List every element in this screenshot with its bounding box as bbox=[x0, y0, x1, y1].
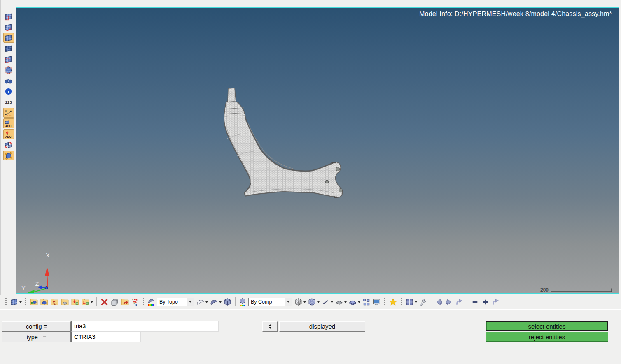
export-solver-deck-icon[interactable] bbox=[80, 297, 91, 307]
svg-text:0: 0 bbox=[5, 109, 7, 112]
view-forward-arrow-icon[interactable] bbox=[444, 297, 454, 307]
by-comp-value: By Comp bbox=[248, 298, 285, 306]
shaded-geometry-caret[interactable] bbox=[219, 301, 222, 304]
toolbar-grip[interactable] bbox=[25, 297, 27, 306]
favorites-star-icon[interactable] bbox=[388, 297, 398, 307]
main-toolbar: t 123 By Topo bbox=[0, 295, 621, 309]
panel-area: config = type = displayed select entitie… bbox=[0, 309, 621, 364]
svg-text:3: 3 bbox=[135, 303, 137, 306]
solid-geometry-icon[interactable] bbox=[222, 297, 233, 307]
multi-window-icon[interactable] bbox=[361, 297, 371, 307]
options-wrench-icon[interactable] bbox=[418, 297, 428, 307]
by-topo-dropdown-arrow[interactable] bbox=[187, 298, 194, 306]
performance-graphics-icon[interactable] bbox=[371, 297, 382, 307]
scene-canvas: X Y Z bbox=[16, 8, 619, 293]
reject-entities-button[interactable]: reject entities bbox=[486, 332, 608, 342]
shaded-geometry-icon[interactable] bbox=[209, 297, 219, 307]
scale-value: 200 bbox=[540, 287, 549, 293]
delete-icon[interactable] bbox=[99, 297, 110, 307]
rainbow-bar bbox=[148, 304, 154, 306]
toolbar-separator bbox=[235, 297, 236, 306]
panels-grid-caret[interactable] bbox=[19, 301, 22, 304]
measure-icon[interactable]: 01+10' bbox=[3, 108, 14, 118]
elements-dark-icon[interactable] bbox=[3, 44, 14, 53]
svg-text:ABC: ABC bbox=[5, 124, 12, 127]
wireframe-elements-caret[interactable] bbox=[303, 301, 306, 304]
solver-deck-caret[interactable] bbox=[91, 301, 93, 304]
left-toolbar: i 123 01+10' ABC ABC bbox=[0, 0, 16, 295]
wireframe-geometry-icon[interactable] bbox=[195, 297, 205, 307]
window-layout-icon[interactable] bbox=[404, 297, 415, 307]
import-folder-icon[interactable] bbox=[49, 297, 60, 307]
config-input[interactable] bbox=[71, 321, 219, 332]
svg-text:t: t bbox=[63, 299, 63, 302]
type-input[interactable] bbox=[71, 332, 141, 342]
svg-text:+10': +10' bbox=[7, 114, 12, 116]
reorder-folder-icon[interactable] bbox=[120, 297, 130, 307]
toolbar-grip-handle[interactable] bbox=[4, 6, 13, 8]
binoculars-icon[interactable] bbox=[3, 76, 14, 86]
elements-2d-icon[interactable] bbox=[334, 297, 344, 307]
mesh-abc-labels-icon[interactable]: ABC bbox=[3, 118, 14, 128]
arrow-abc-labels-icon[interactable]: ABC bbox=[3, 129, 14, 139]
wireframe-elements-icon[interactable] bbox=[293, 297, 303, 307]
topo-color-mode-icon[interactable] bbox=[147, 298, 155, 306]
mesh-orient-flip-icon[interactable] bbox=[3, 140, 14, 150]
shaded-elements-caret[interactable] bbox=[317, 301, 320, 304]
entity-toggle-switch[interactable] bbox=[262, 321, 278, 332]
panel-right-divider bbox=[619, 320, 619, 343]
model-mesh[interactable] bbox=[224, 88, 343, 197]
svg-text:123: 123 bbox=[5, 100, 12, 104]
organize-icon[interactable] bbox=[110, 297, 120, 307]
panels-grid-icon[interactable] bbox=[9, 297, 19, 307]
elements-3d-caret[interactable] bbox=[358, 301, 360, 304]
wireframe-geometry-caret[interactable] bbox=[205, 301, 208, 304]
elements-select-icon[interactable] bbox=[3, 12, 14, 21]
elements-arrow-icon[interactable] bbox=[3, 22, 14, 32]
shaded-elements-icon[interactable] bbox=[307, 297, 317, 307]
elements-3d-icon[interactable] bbox=[348, 297, 358, 307]
elements-2d-caret[interactable] bbox=[344, 301, 347, 304]
open-model-folder-icon[interactable] bbox=[29, 297, 39, 307]
toolbar-separator bbox=[96, 297, 97, 306]
window-layout-caret[interactable] bbox=[415, 301, 417, 304]
view-undo-icon[interactable] bbox=[454, 297, 465, 307]
by-topo-value: By Topo bbox=[157, 298, 187, 306]
save-model-folder-icon[interactable] bbox=[39, 297, 49, 307]
import-solver-deck-icon[interactable] bbox=[70, 297, 80, 307]
displayed-button[interactable]: displayed bbox=[279, 321, 365, 332]
elements-1d-icon[interactable] bbox=[320, 297, 331, 307]
svg-text:ABC: ABC bbox=[5, 135, 12, 138]
view-back-arrow-icon[interactable] bbox=[434, 297, 444, 307]
toolbar-grip[interactable] bbox=[142, 297, 145, 306]
elements-shaded-active-icon[interactable] bbox=[3, 33, 14, 43]
by-topo-combobox[interactable]: By Topo bbox=[157, 298, 194, 306]
zoom-out-minus-icon[interactable] bbox=[470, 297, 480, 307]
zoom-in-plus-icon[interactable] bbox=[480, 297, 490, 307]
config-switch[interactable]: config = bbox=[2, 321, 71, 332]
view-redo-icon[interactable] bbox=[490, 297, 501, 307]
toolbar-separator bbox=[431, 297, 431, 306]
rainbow-bar bbox=[240, 305, 245, 306]
toolbar-grip[interactable] bbox=[5, 297, 7, 306]
axis-z-label: Z bbox=[35, 281, 39, 287]
comp-color-mode-icon[interactable] bbox=[239, 298, 246, 306]
toolbar-separator bbox=[467, 297, 467, 306]
info-icon[interactable]: i bbox=[3, 86, 14, 96]
renumber-icon[interactable]: 123 bbox=[130, 297, 140, 307]
by-comp-dropdown-arrow[interactable] bbox=[285, 298, 292, 306]
toolbar-grip[interactable] bbox=[400, 297, 402, 306]
export-folder-icon[interactable]: t bbox=[60, 297, 70, 307]
type-switch[interactable]: type = bbox=[2, 332, 71, 342]
numbers-123-icon[interactable]: 123 bbox=[3, 97, 14, 107]
graphics-viewport[interactable]: Model Info: D:/HYPERMESH/week 8/model 4/… bbox=[16, 7, 619, 294]
toolbar-grip[interactable] bbox=[384, 297, 386, 306]
scale-ruler: 200 bbox=[540, 287, 614, 293]
by-comp-combobox[interactable]: By Comp bbox=[248, 298, 292, 306]
elements-dashed-select-icon[interactable] bbox=[3, 54, 14, 64]
toggle-down-icon bbox=[268, 327, 272, 330]
sphere-view-icon[interactable] bbox=[3, 65, 14, 75]
select-entities-button[interactable]: select entities bbox=[486, 321, 608, 331]
elements-1d-caret[interactable] bbox=[331, 301, 333, 304]
surface-corner-handles-icon[interactable] bbox=[3, 151, 14, 160]
